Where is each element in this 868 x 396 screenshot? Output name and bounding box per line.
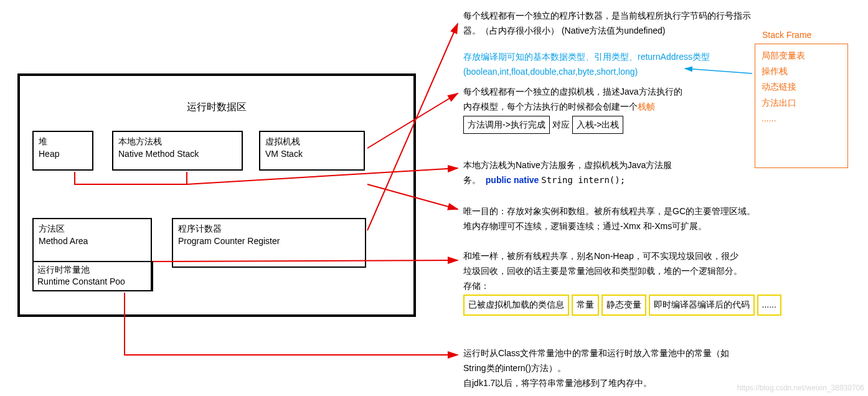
vms-cn: 虚拟机栈 [265, 136, 359, 148]
frame-word: 栈帧 [638, 101, 655, 111]
pcr-en: Program Counter Register [178, 235, 360, 248]
ma-desc: 和堆一样，被所有线程共享，别名Non-Heap，可不实现垃圾回收，很少 垃圾回收… [463, 249, 849, 317]
vms2: 内存模型，每个方法执行的时候都会创建一个 [463, 101, 638, 111]
heap1: 唯一目的：存放对象实例和数组。被所有线程共享，是GC的主要管理区域。 [463, 204, 849, 219]
ma1: 和堆一样，被所有线程共享，别名Non-Heap，可不实现垃圾回收，很少 [463, 249, 849, 264]
call-box: 方法调用->执行完成 [463, 116, 550, 134]
pc-line2: 器。（占内存很小很小） [463, 26, 559, 35]
rcp1: 运行时从Class文件常量池中的常量和运行时放入常量池中的常量（如 [463, 346, 849, 361]
vm-stack-box: 虚拟机栈 VM Stack [259, 131, 365, 171]
heap-box: 堆 Heap [32, 131, 93, 171]
sf-i4: 方法出口 [762, 95, 841, 111]
nms2: 务。 [463, 175, 481, 185]
sf-i1: 局部变量表 [762, 48, 841, 64]
runtime-title: 运行时数据区 [20, 101, 413, 114]
native-method-stack-box: 本地方法栈 Native Method Stack [112, 131, 243, 171]
ma-yellow-row: 已被虚拟机加载的类信息 常量 静态变量 即时编译器编译后的代码 ...... [463, 293, 849, 317]
ma-y2: 常量 [572, 295, 599, 316]
stack-frame-title: Stack Frame [762, 30, 811, 40]
code: String intern(); [541, 175, 625, 185]
pc-line1: 每个线程都有一个独立的程序计数器，是当前线程所执行字节码的行号指示 [463, 9, 849, 24]
watermark: https://blog.csdn.net/weixin_38930706 [737, 384, 864, 392]
sf-i2: 操作栈 [762, 64, 841, 79]
pc-native: (Native方法值为undefined) [562, 26, 666, 35]
rcp2: String类的intern()方法）。 [463, 361, 849, 376]
stack-frame-box: 局部变量表 操作栈 动态链接 方法出口 ...... [755, 44, 848, 168]
rcp-cn: 运行时常量池 [37, 264, 148, 276]
heap-desc: 唯一目的：存放对象实例和数组。被所有线程共享，是GC的主要管理区域。 堆内存物理… [463, 204, 849, 234]
ma-y1: 已被虚拟机加载的类信息 [463, 295, 569, 316]
heap-cn: 堆 [39, 136, 87, 148]
ma-cn: 方法区 [39, 223, 146, 235]
pcr-cn: 程序计数器 [178, 223, 360, 235]
ma3: 存储： [463, 279, 849, 294]
code-kw: public native [486, 175, 539, 185]
sf-i3: 动态链接 [762, 79, 841, 95]
nms-cn: 本地方法栈 [118, 136, 237, 148]
method-area-box: 方法区 Method Area 运行时常量池 Runtime Constant … [32, 218, 152, 291]
ma-y4: 即时编译器编译后的代码 [649, 295, 755, 316]
rcp-en: Runtime Constant Poo [37, 276, 148, 288]
ma-en: Method Area [39, 235, 146, 248]
stack-box: 入栈->出栈 [572, 116, 624, 134]
nms-line2: 务。 public native String intern(); [463, 173, 849, 188]
nms-en: Native Method Stack [118, 148, 237, 161]
ma2: 垃圾回收，回收的话主要是常量池回收和类型卸载，堆的一个逻辑部分。 [463, 264, 849, 279]
heap-en: Heap [39, 148, 87, 161]
sf-i5: ...... [762, 111, 841, 126]
ma-y3: 静态变量 [601, 295, 646, 316]
program-counter-box: 程序计数器 Program Counter Register [172, 218, 366, 268]
heap2: 堆内存物理可不连续，逻辑要连续；通过-Xmx 和-Xms可扩展。 [463, 219, 849, 234]
vms-en: VM Stack [265, 148, 359, 161]
dydy: 对应 [552, 120, 570, 130]
runtime-constant-pool-box: 运行时常量池 Runtime Constant Poo [32, 261, 153, 291]
ma-y5: ...... [757, 295, 781, 316]
